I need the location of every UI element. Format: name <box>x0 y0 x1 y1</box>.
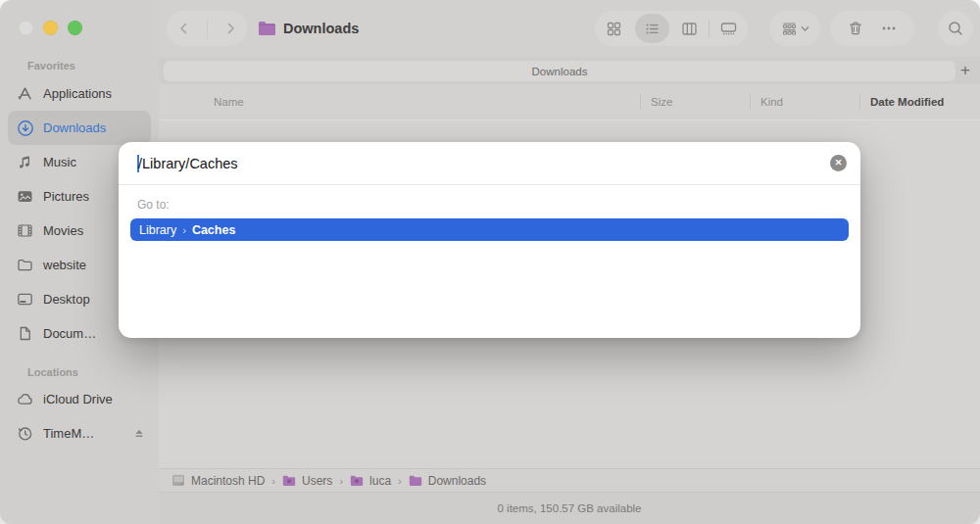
path-item-label: Users <box>302 474 332 488</box>
breadcrumb-separator: › <box>339 475 343 487</box>
more-options-button[interactable] <box>880 20 898 37</box>
close-button[interactable] <box>19 21 33 35</box>
zoom-button[interactable] <box>68 21 82 35</box>
breadcrumb-separator: › <box>271 475 275 487</box>
breadcrumb-separator: › <box>398 475 402 487</box>
column-divider[interactable] <box>750 94 751 110</box>
folder-icon <box>350 475 364 487</box>
sidebar-section-favorites: Favorites <box>27 60 75 71</box>
sidebar-item-applications[interactable]: Applications <box>8 76 151 111</box>
window-title: Downloads <box>283 21 359 36</box>
chevron-right-icon: › <box>182 224 186 236</box>
downloads-icon <box>16 119 34 137</box>
sidebar-item-label: website <box>43 258 86 272</box>
column-header-size[interactable]: Size <box>651 84 672 119</box>
sidebar-item-icloud-drive[interactable]: iCloud Drive <box>8 382 151 416</box>
list-view-icon <box>644 21 661 37</box>
new-tab-button[interactable]: + <box>956 60 975 81</box>
folder-icon <box>258 21 276 36</box>
sidebar-item-time-machine[interactable]: TimeM… <box>8 416 151 451</box>
toolbar-actions <box>595 11 973 46</box>
sidebar-item-label: TimeM… <box>43 426 94 441</box>
column-view-icon <box>681 21 698 37</box>
sidebar-item-downloads[interactable]: Downloads <box>8 111 151 145</box>
column-divider[interactable] <box>640 94 641 110</box>
sidebar-item-label: iCloud Drive <box>43 392 113 406</box>
trash-icon <box>847 20 864 37</box>
clear-circle-icon[interactable]: ✕ <box>830 155 847 171</box>
go-to-folder-dialog: /Library/Caches ✕ Go to: Library › Cache… <box>119 142 860 338</box>
suggestion-row-library-caches[interactable]: Library › Caches <box>130 218 849 241</box>
drive-icon <box>172 474 185 487</box>
gallery-view-button[interactable] <box>710 11 748 46</box>
trash-more-group <box>830 11 914 46</box>
back-button[interactable] <box>173 14 195 43</box>
sidebar-item-label: Downloads <box>43 120 106 135</box>
nav-buttons <box>167 11 247 46</box>
path-item-users[interactable]: Users <box>282 474 332 488</box>
applications-icon <box>16 84 34 103</box>
sidebar-section-locations: Locations <box>27 366 78 378</box>
path-input-row: /Library/Caches ✕ <box>119 142 860 185</box>
chevron-right-icon <box>221 20 239 37</box>
minimize-button[interactable] <box>43 21 58 35</box>
status-bar: 0 items, 150.57 GB available <box>159 492 980 524</box>
toolbar: Downloads <box>159 0 980 57</box>
list-column-header: Name Size Kind Date Modified <box>159 84 980 120</box>
folder-icon <box>409 475 422 487</box>
tab-bar: Downloads + <box>159 57 980 84</box>
sidebar-item-label: Pictures <box>43 189 89 204</box>
gallery-view-icon <box>720 21 737 37</box>
column-header-name[interactable]: Name <box>214 84 244 119</box>
path-input[interactable]: /Library/Caches <box>138 156 830 171</box>
group-by-icon <box>781 21 798 37</box>
chevron-left-icon <box>175 20 193 37</box>
path-item-luca[interactable]: luca <box>350 474 391 488</box>
time-machine-icon <box>16 424 34 443</box>
music-icon <box>16 153 34 171</box>
path-item-downloads[interactable]: Downloads <box>409 474 486 488</box>
window-controls <box>19 21 82 35</box>
folder-icon <box>282 475 296 487</box>
suggestion-secondary: Caches <box>192 223 235 237</box>
sidebar-item-label: Music <box>43 155 76 169</box>
path-item-label: luca <box>369 474 391 488</box>
sidebar-item-label: Applications <box>43 86 112 101</box>
sidebar-item-label: Desktop <box>43 292 90 307</box>
search-icon <box>947 20 964 37</box>
group-by-button[interactable] <box>769 11 820 46</box>
column-divider[interactable] <box>859 94 860 110</box>
movies-icon <box>16 221 34 240</box>
goto-label: Go to: <box>137 198 860 212</box>
icon-view-button[interactable] <box>595 11 633 46</box>
desktop-icon <box>16 290 34 309</box>
path-item-label: Downloads <box>428 474 486 488</box>
icon-view-icon <box>606 21 622 37</box>
cloud-icon <box>16 390 34 408</box>
trash-button[interactable] <box>847 20 864 37</box>
pictures-icon <box>16 187 34 206</box>
status-text: 0 items, 150.57 GB available <box>497 502 641 514</box>
folder-icon <box>16 256 34 274</box>
suggestion-primary: Library <box>139 223 176 237</box>
column-view-button[interactable] <box>671 11 710 46</box>
list-view-button[interactable] <box>633 11 671 46</box>
view-switcher <box>595 11 748 46</box>
column-header-kind[interactable]: Kind <box>760 84 783 119</box>
search-button[interactable] <box>938 11 973 46</box>
eject-icon[interactable] <box>133 428 145 440</box>
path-item-label: Macintosh HD <box>191 474 265 488</box>
document-icon <box>16 324 34 343</box>
tab-downloads[interactable]: Downloads <box>164 61 956 81</box>
nav-divider <box>207 19 208 38</box>
chevron-down-icon <box>801 24 809 33</box>
forward-button[interactable] <box>220 14 241 43</box>
sidebar-item-label: Docum… <box>43 326 96 341</box>
path-item-macintosh-hd[interactable]: Macintosh HD <box>172 474 265 488</box>
path-bar: Macintosh HD › Users › luca › Downloads <box>159 468 980 492</box>
window-title-group: Downloads <box>258 21 359 36</box>
column-header-date-modified[interactable]: Date Modified <box>870 84 944 119</box>
ellipsis-icon <box>880 20 898 37</box>
locations-list: iCloud Drive TimeM… <box>8 382 151 451</box>
finder-window: Favorites Applications Downloads Music <box>0 0 980 524</box>
